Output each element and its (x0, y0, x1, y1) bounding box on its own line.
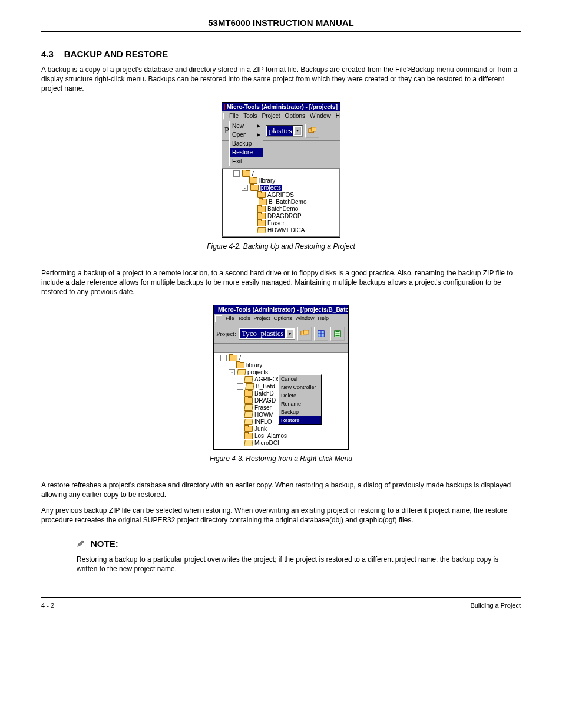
tree-expander[interactable]: - (229, 369, 235, 375)
ctx-cancel[interactable]: Cancel (279, 375, 321, 383)
footer-section-name: Building a Project (470, 602, 521, 609)
tree-label[interactable]: Fraser (267, 220, 285, 226)
menu-item-restore[interactable]: Restore (230, 148, 263, 157)
tree-row[interactable]: +B_BatchDemo (224, 199, 338, 206)
tree-expander[interactable]: - (242, 185, 248, 191)
toolbar: New▶ Open▶ Backup Restore Exit Pr plasti… (222, 121, 340, 141)
folder-icon (257, 192, 266, 198)
tree-row[interactable]: -projects (224, 185, 338, 192)
tree-label[interactable]: INFLO (254, 419, 272, 425)
tree-label[interactable]: B_BatchDemo (268, 199, 307, 205)
tree-row[interactable]: DRAGDROP (224, 213, 338, 220)
menu-item-exit[interactable]: Exit (230, 157, 263, 166)
tree-label[interactable]: library (259, 177, 276, 184)
menu-item-backup[interactable]: Backup (230, 139, 263, 148)
toolbar-2: Project: Tyco_plastics ▾ (214, 324, 348, 344)
para-restore-2: Any previous backup ZIP file can be sele… (41, 506, 521, 525)
tree-label[interactable]: AGRIFOS (254, 376, 282, 383)
toolbar-button-b[interactable] (314, 327, 328, 341)
tree-label[interactable]: HOWM (254, 411, 275, 418)
window-titlebar-2: Micro-Tools (Administrator) - [/projects… (214, 305, 348, 314)
pencil-icon (77, 539, 85, 548)
menu-window[interactable]: Window (296, 315, 315, 322)
tree-label[interactable]: DRAGD (254, 397, 276, 404)
tree-label[interactable]: BatchDemo (267, 206, 299, 212)
folder-icon (236, 362, 244, 368)
ctx-backup[interactable]: Backup (279, 408, 321, 416)
folder-icon (245, 383, 254, 390)
tree-row[interactable]: HOWMEDICA (224, 227, 338, 234)
menu-tools[interactable]: Tools (243, 113, 257, 120)
mid-paragraph: Performing a backup of a project to a re… (41, 268, 521, 297)
tree-label[interactable]: MicroDCI (254, 440, 280, 446)
toolbar-button-c[interactable] (330, 327, 345, 341)
combo-dropdown-button[interactable]: ▾ (286, 330, 293, 338)
tree-label[interactable]: BatchD (254, 390, 275, 397)
tree-row[interactable]: -/ (224, 170, 338, 177)
toolbar-button-a[interactable] (297, 327, 312, 341)
combo-dropdown-button[interactable]: ▾ (294, 127, 301, 135)
project-combo-2[interactable]: Tyco_plastics ▾ (239, 328, 295, 340)
folder-icon (257, 206, 266, 212)
tree-expander[interactable]: - (220, 355, 227, 361)
toolbar-button-1[interactable] (305, 124, 319, 138)
tree-label[interactable]: AGRIFOS (267, 192, 295, 198)
folder-icon (242, 170, 250, 177)
folder-icon (244, 397, 253, 404)
gray-band (214, 344, 348, 353)
tree-row[interactable]: Los_Alamos (216, 432, 346, 439)
tree-row[interactable]: library (224, 177, 338, 185)
section-title: BACKUP AND RESTORE (64, 49, 168, 59)
project-tree[interactable]: -/library-projectsAGRIFOS+B_BatchDemoBat… (222, 169, 340, 237)
menu-project[interactable]: Project (254, 315, 270, 322)
context-menu: Cancel New Controller Delete Rename Back… (278, 374, 322, 425)
tree-label[interactable]: projects (247, 369, 269, 375)
folder-icon (257, 213, 266, 219)
menu-item-new[interactable]: New▶ (230, 121, 263, 130)
para-restore: A restore refreshes a project's database… (41, 480, 521, 499)
ctx-delete[interactable]: Delete (279, 391, 321, 400)
menu-help[interactable]: Help (318, 315, 329, 322)
ctx-restore[interactable]: Restore (279, 416, 321, 424)
folder-icon (259, 199, 267, 205)
tree-row[interactable]: AGRIFOS (224, 192, 338, 199)
tree-label[interactable]: library (246, 362, 263, 368)
tree-row[interactable]: library (216, 361, 346, 368)
project-combo[interactable]: plastics ▾ (266, 125, 303, 137)
tree-label[interactable]: HOWMEDICA (267, 227, 305, 233)
folder-icon (244, 376, 253, 383)
window-title-2: Micro-Tools (Administrator) - [/projects… (218, 307, 348, 313)
menu-item-open[interactable]: Open▶ (230, 130, 263, 139)
tree-label[interactable]: / (252, 170, 254, 177)
tree-label[interactable]: projects (260, 185, 282, 191)
menu-help-truncated[interactable]: H (336, 113, 340, 120)
tree-row[interactable]: -/ (216, 354, 346, 361)
app-icon (224, 104, 225, 110)
tree-label[interactable]: Junk (254, 426, 267, 432)
menu-file[interactable]: File (229, 113, 239, 120)
menu-project[interactable]: Project (262, 113, 280, 120)
tree-row[interactable]: Junk (216, 425, 346, 432)
tree-row[interactable]: MicroDCI (216, 439, 346, 446)
ctx-rename[interactable]: Rename (279, 400, 321, 408)
tree-expander[interactable]: + (237, 383, 243, 390)
menu-options[interactable]: Options (285, 113, 305, 120)
folder-icon (244, 433, 253, 439)
sys-menu-icon[interactable] (215, 315, 222, 322)
ctx-new-controller[interactable]: New Controller (279, 383, 321, 391)
tree-label[interactable]: Fraser (254, 404, 272, 411)
tree-row[interactable]: Fraser (224, 220, 338, 227)
menu-window[interactable]: Window (310, 113, 331, 120)
tree-label[interactable]: Los_Alamos (254, 433, 287, 439)
menu-file[interactable]: File (226, 315, 234, 322)
tree-expander[interactable]: + (250, 199, 256, 205)
tree-row[interactable]: BatchDemo (224, 206, 338, 213)
tree-expander[interactable]: - (233, 170, 240, 177)
sys-menu-icon[interactable] (223, 113, 224, 120)
tree-label[interactable]: / (239, 355, 242, 361)
menu-tools[interactable]: Tools (238, 315, 250, 322)
project-tree-2[interactable]: -/library-projectsAGRIFOS+B_BatdBatchDDR… (214, 353, 348, 449)
tree-label[interactable]: DRAGDROP (267, 213, 302, 219)
menu-options[interactable]: Options (274, 315, 292, 322)
tree-label[interactable]: B_Batd (255, 383, 276, 390)
